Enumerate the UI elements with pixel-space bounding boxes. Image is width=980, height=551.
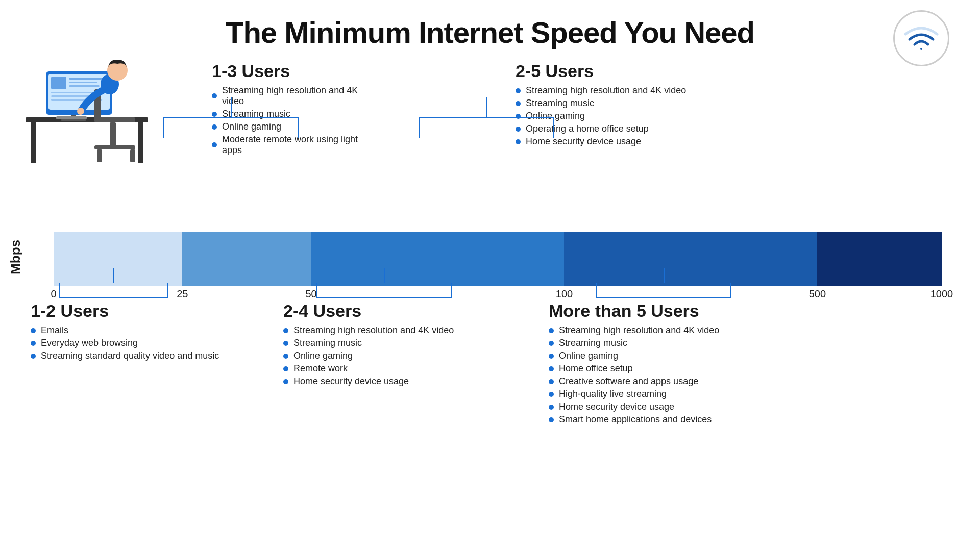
svg-rect-16 (94, 145, 135, 149)
list-item: Streaming music (283, 338, 513, 348)
bullet-dot (283, 354, 288, 359)
scale-label-0: 0 (51, 288, 56, 300)
list-item: Streaming high resolution and 4K video (212, 85, 365, 107)
scale-label-1000: 1000 (930, 288, 953, 300)
bullet-dot (516, 88, 521, 93)
group-24users-list: Streaming high resolution and 4K videoSt… (283, 325, 513, 387)
group-24users-title: 2-4 Users (283, 301, 513, 321)
list-item: Home office setup (549, 363, 804, 374)
bracket-top-13 (163, 117, 299, 138)
group-5plus: More than 5 Users Streaming high resolut… (549, 301, 804, 427)
bar-segment-1 (182, 232, 311, 286)
group-5plus-list: Streaming high resolution and 4K videoSt… (549, 325, 804, 425)
list-item: Streaming standard quality video and mus… (31, 350, 255, 361)
bullet-dot (549, 354, 554, 359)
bullet-dot (31, 354, 36, 359)
bullet-dot (283, 366, 288, 371)
group-12users: 1-2 Users EmailsEveryday web browsingStr… (31, 301, 255, 363)
bracket-bottom-24 (316, 283, 452, 298)
list-item: Smart home applications and devices (549, 414, 804, 425)
list-item: Online gaming (549, 350, 804, 361)
bracket-top-13-line (231, 97, 232, 117)
bullet-dot (549, 341, 554, 346)
bullet-dot (549, 405, 554, 410)
list-item: Remote work (283, 363, 513, 374)
bullet-dot (283, 379, 288, 384)
svg-rect-1 (31, 122, 36, 163)
bullet-dot (283, 341, 288, 346)
bracket-bottom-24-line (384, 268, 385, 283)
group-25users-title: 2-5 Users (516, 61, 694, 81)
bar-segments (54, 232, 942, 286)
bullet-dot (212, 112, 217, 117)
svg-rect-2 (138, 122, 143, 163)
bullet-dot (516, 139, 521, 144)
svg-rect-14 (94, 117, 135, 122)
list-item: Everyday web browsing (31, 338, 255, 348)
bullet-dot (283, 328, 288, 333)
list-item: Home security device usage (549, 402, 804, 412)
svg-rect-8 (69, 78, 105, 80)
list-item: Streaming music (516, 98, 694, 109)
bullet-dot (549, 379, 554, 384)
scale-label-500: 500 (809, 288, 826, 300)
bracket-bottom-12-line (113, 268, 114, 283)
bullet-dot (516, 101, 521, 106)
list-item: Streaming high resolution and 4K video (516, 85, 694, 96)
svg-rect-10 (69, 85, 100, 87)
bullet-dot (212, 142, 217, 147)
svg-point-22 (77, 108, 84, 115)
list-item: Streaming high resolution and 4K video (549, 325, 804, 336)
svg-rect-15 (110, 122, 116, 148)
bracket-bottom-12 (59, 283, 168, 298)
mbps-label: Mbps (8, 240, 23, 274)
bullet-dot (549, 417, 554, 422)
list-item: Home security device usage (516, 136, 694, 147)
group-13users-title: 1-3 Users (212, 61, 365, 81)
bullet-dot (212, 93, 217, 98)
bullet-dot (31, 328, 36, 333)
bar-segment-3 (564, 232, 817, 286)
bracket-top-25-line (486, 97, 487, 117)
bar-segment-4 (817, 232, 942, 286)
list-item: Online gaming (283, 350, 513, 361)
group-12users-list: EmailsEveryday web browsingStreaming sta… (31, 325, 255, 361)
list-item: Home security device usage (283, 376, 513, 387)
scale-label-50: 50 (305, 288, 316, 300)
bracket-bottom-5plus (596, 283, 731, 298)
group-24users: 2-4 Users Streaming high resolution and … (283, 301, 513, 389)
svg-rect-7 (51, 77, 66, 89)
svg-rect-18 (130, 149, 135, 162)
bullet-dot (549, 392, 554, 397)
bracket-bottom-5plus-line (664, 268, 665, 283)
group-5plus-title: More than 5 Users (549, 301, 804, 321)
group-13users: 1-3 Users Streaming high resolution and … (212, 61, 365, 158)
svg-rect-9 (69, 82, 97, 83)
bullet-dot (549, 328, 554, 333)
bar-segment-0 (54, 232, 182, 286)
scale-label-100: 100 (556, 288, 573, 300)
svg-rect-17 (97, 149, 102, 162)
bar-segment-2 (311, 232, 565, 286)
person-illustration (15, 31, 158, 163)
bar-chart-area: Mbps 025501005001000 (54, 232, 942, 304)
bullet-dot (31, 341, 36, 346)
list-item: Streaming high resolution and 4K video (283, 325, 513, 336)
svg-rect-23 (56, 116, 87, 119)
list-item: Emails (31, 325, 255, 336)
list-item: High-quality live streaming (549, 389, 804, 399)
bullet-dot (549, 366, 554, 371)
wifi-logo (893, 10, 949, 66)
list-item: Creative software and apps usage (549, 376, 804, 387)
bracket-top-25 (419, 117, 554, 138)
scale-label-25: 25 (177, 288, 188, 300)
list-item: Streaming music (549, 338, 804, 348)
group-12users-title: 1-2 Users (31, 301, 255, 321)
